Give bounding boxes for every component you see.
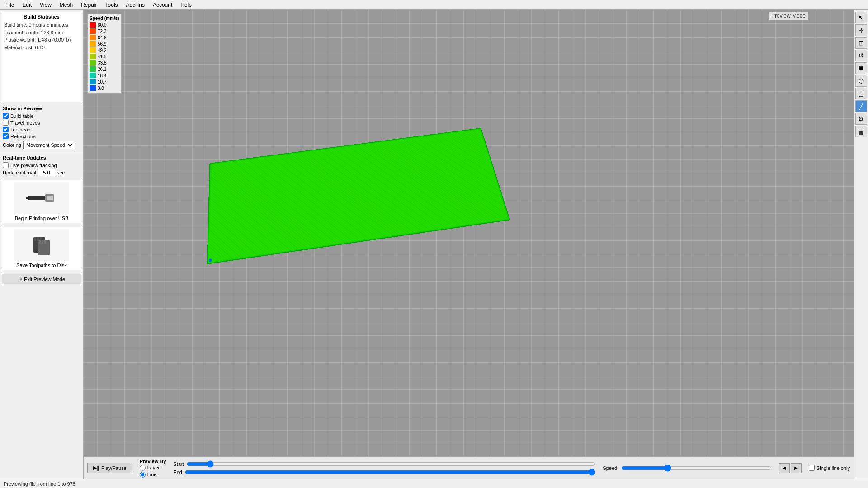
cut-tool-button[interactable]: ╱ <box>855 100 867 112</box>
prev-next-buttons: ◀ ▶ <box>779 463 802 473</box>
speed-val-0: 80.0 <box>98 23 106 28</box>
view-cube-button[interactable]: ▣ <box>855 62 867 74</box>
svg-rect-3 <box>26 197 29 199</box>
speed-val-2: 64.6 <box>98 35 106 40</box>
line-radio[interactable] <box>140 472 146 478</box>
speed-val-3: 56.9 <box>98 42 106 47</box>
toolhead-checkbox[interactable] <box>3 127 9 132</box>
speed-label: Speed: <box>603 465 618 471</box>
update-interval-row: Update interval sec <box>3 169 80 176</box>
menubar: File Edit View Mesh Repair Tools Add-Ins… <box>0 0 868 10</box>
menu-addins[interactable]: Add-Ins <box>123 1 148 9</box>
speed-color-3 <box>90 41 96 47</box>
travel-moves-row: Travel moves <box>3 120 80 126</box>
exit-arrow-icon: ➜ <box>18 276 22 282</box>
exit-preview-mode-button[interactable]: ➜ Exit Preview Mode <box>2 274 81 284</box>
live-preview-checkbox[interactable] <box>3 162 9 168</box>
usb-print-section: Begin Printing over USB <box>0 178 83 225</box>
realtime-updates-section: Real-time Updates Live preview tracking … <box>0 153 83 178</box>
status-text: Previewing file from line 1 to 978 <box>4 481 75 487</box>
bottom-controls: ▶‖ Play/Pause Preview By Layer Line <box>84 456 854 479</box>
play-pause-label: Play/Pause <box>101 465 127 471</box>
end-label: End <box>173 469 182 475</box>
wireframe-tool-button[interactable]: ⬡ <box>855 75 867 87</box>
speed-legend-title: Speed (mm/s) <box>90 16 119 21</box>
list-tool-button[interactable]: ▤ <box>855 126 867 137</box>
fit-tool-button[interactable]: ⊡ <box>855 37 867 49</box>
travel-moves-label: Travel moves <box>10 120 40 126</box>
cursor-tool-button[interactable]: ↖ <box>855 12 867 23</box>
usb-button-label: Begin Printing over USB <box>4 216 79 221</box>
usb-image <box>14 182 69 214</box>
end-slider[interactable] <box>185 469 595 476</box>
stat-build-time: Build time: 0 hours 5 minutes <box>4 21 79 29</box>
stat-filament: Filament length: 128.8 mm <box>4 29 79 37</box>
save-toolpaths-disk-button[interactable]: Save Toolpaths to Disk <box>2 227 81 270</box>
move-tool-button[interactable]: ✛ <box>855 24 867 36</box>
speed-val-8: 18.4 <box>98 73 106 78</box>
update-interval-unit: sec <box>57 170 65 175</box>
rotate-tool-button[interactable]: ↺ <box>855 50 867 61</box>
show-in-preview-section: Show in Preview Build table Travel moves… <box>0 104 83 153</box>
play-pause-icon: ▶‖ <box>93 465 99 471</box>
disk-button-label: Save Toolpaths to Disk <box>4 263 79 268</box>
right-toolbar: ↖ ✛ ⊡ ↺ ▣ ⬡ ◫ ╱ ⚙ ▤ <box>854 10 868 479</box>
menu-mesh[interactable]: Mesh <box>56 1 76 9</box>
speed-entry-2: 64.6 <box>90 34 119 41</box>
settings-button[interactable]: ⚙ <box>855 113 867 125</box>
build-stats-content: Build time: 0 hours 5 minutes Filament l… <box>4 21 79 51</box>
speed-color-5 <box>90 54 96 59</box>
retractions-row: Retractions <box>3 133 80 139</box>
retractions-label: Retractions <box>10 134 36 139</box>
start-label: Start <box>173 461 184 467</box>
svg-rect-11 <box>44 240 46 244</box>
viewport-with-toolbar: Speed (mm/s) 80.0 72.3 64.6 <box>84 10 868 479</box>
menu-repair[interactable]: Repair <box>77 1 100 9</box>
speed-entry-4: 49.2 <box>90 47 119 53</box>
next-button[interactable]: ▶ <box>791 463 802 473</box>
layer-radio[interactable] <box>140 465 146 471</box>
speed-entry-0: 80.0 <box>90 22 119 28</box>
begin-printing-usb-button[interactable]: Begin Printing over USB <box>2 180 81 223</box>
build-table-checkbox[interactable] <box>3 113 9 119</box>
speed-entry-10: 3.0 <box>90 85 119 91</box>
speed-color-2 <box>90 35 96 40</box>
retractions-checkbox[interactable] <box>3 133 9 139</box>
realtime-updates-title: Real-time Updates <box>3 155 80 160</box>
speed-val-10: 3.0 <box>98 86 104 91</box>
travel-moves-checkbox[interactable] <box>3 120 9 126</box>
menu-file[interactable]: File <box>2 1 18 9</box>
line-label: Line <box>147 472 157 477</box>
menu-tools[interactable]: Tools <box>102 1 122 9</box>
menu-view[interactable]: View <box>36 1 55 9</box>
coloring-select[interactable]: Movement Speed Feature Type Line Width <box>23 141 74 149</box>
svg-rect-0 <box>28 196 46 200</box>
single-line-checkbox[interactable] <box>809 465 815 471</box>
grid-background <box>84 10 854 456</box>
speed-slider[interactable] <box>621 465 772 472</box>
start-slider-row: Start <box>173 460 595 468</box>
stat-cost: Material cost: 0.10 <box>4 44 79 52</box>
menu-account[interactable]: Account <box>149 1 176 9</box>
toolhead-row: Toolhead <box>3 127 80 132</box>
exit-preview-label: Exit Preview Mode <box>24 277 65 282</box>
speed-entry-8: 18.4 <box>90 72 119 79</box>
start-slider[interactable] <box>187 460 596 468</box>
play-pause-button[interactable]: ▶‖ Play/Pause <box>87 463 132 473</box>
viewport-area[interactable]: Speed (mm/s) 80.0 72.3 64.6 <box>84 10 854 479</box>
prev-button[interactable]: ◀ <box>779 463 790 473</box>
live-preview-label: Live preview tracking <box>10 163 57 168</box>
speed-val-4: 49.2 <box>98 48 106 53</box>
speed-entry-5: 41.5 <box>90 53 119 60</box>
menu-help[interactable]: Help <box>177 1 195 9</box>
svg-rect-2 <box>47 196 53 200</box>
speed-val-9: 10.7 <box>98 80 106 84</box>
preview-mode-label: Preview Mode <box>769 12 808 20</box>
coloring-label: Coloring <box>3 142 21 148</box>
layer-label: Layer <box>147 465 160 470</box>
menu-edit[interactable]: Edit <box>19 1 35 9</box>
speed-color-10 <box>90 85 96 91</box>
update-interval-input[interactable] <box>38 169 55 176</box>
viewport-canvas[interactable]: Speed (mm/s) 80.0 72.3 64.6 <box>84 10 854 456</box>
split-view-button[interactable]: ◫ <box>855 88 867 99</box>
